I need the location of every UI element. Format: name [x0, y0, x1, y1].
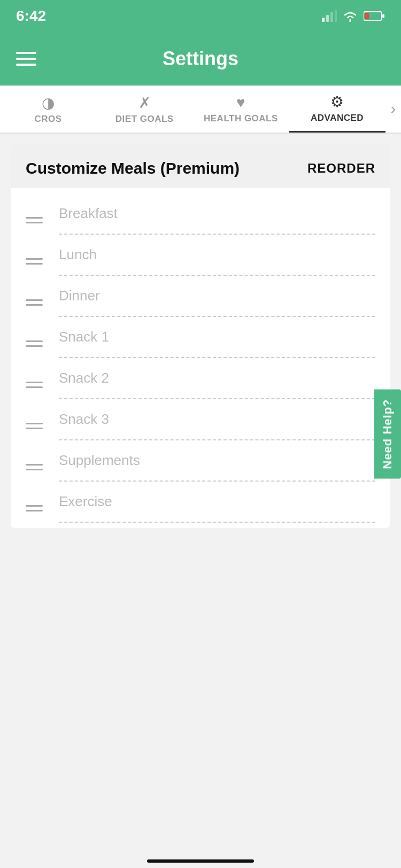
tab-bar: ◑ CROS ✗ DIET GOALS ♥ HEALTH GOALS ⚙ ADV…	[0, 86, 401, 134]
health-goals-icon: ♥	[236, 94, 245, 111]
drag-handle-snack2[interactable]	[26, 382, 43, 388]
tab-diet-goals[interactable]: ✗ DIET GOALS	[96, 86, 192, 133]
drag-handle-breakfast[interactable]	[26, 217, 43, 223]
macros-icon: ◑	[42, 94, 55, 112]
signal-icon	[322, 10, 337, 22]
meal-content-breakfast: Breakfast	[59, 205, 375, 235]
svg-rect-1	[326, 15, 329, 22]
need-help-button[interactable]: Need Help?	[374, 389, 401, 478]
meal-content-dinner: Dinner	[59, 288, 375, 317]
tab-diet-goals-label: DIET GOALS	[115, 114, 174, 125]
section-header: Customize Meals (Premium) REORDER	[11, 144, 390, 188]
advanced-icon: ⚙	[330, 93, 344, 111]
wifi-icon	[342, 10, 358, 22]
status-time: 6:42	[16, 7, 46, 25]
meal-name-breakfast: Breakfast	[59, 205, 118, 221]
svg-rect-0	[322, 18, 325, 22]
meal-content-snack2: Snack 2	[59, 370, 375, 399]
svg-rect-6	[365, 13, 369, 19]
meal-name-snack2: Snack 2	[59, 370, 109, 386]
svg-rect-2	[330, 12, 333, 22]
tab-health-goals-label: HEALTH GOALS	[204, 113, 278, 124]
meal-name-lunch: Lunch	[59, 246, 97, 262]
tab-macros[interactable]: ◑ CROS	[0, 86, 96, 133]
drag-handle-snack3[interactable]	[26, 423, 43, 429]
drag-handle-dinner[interactable]	[26, 299, 43, 306]
drag-handle-supplements[interactable]	[26, 464, 43, 470]
list-item[interactable]: Snack 1	[11, 317, 390, 358]
meal-name-dinner: Dinner	[59, 288, 100, 304]
tab-advanced-label: ADVANCED	[311, 113, 364, 123]
meal-name-exercise: Exercise	[59, 493, 112, 509]
menu-button[interactable]	[16, 52, 36, 66]
customize-meals-card: Customize Meals (Premium) REORDER Breakf…	[11, 144, 390, 528]
meal-content-snack1: Snack 1	[59, 329, 375, 358]
svg-rect-5	[382, 14, 384, 18]
battery-icon	[364, 10, 385, 22]
list-item[interactable]: Supplements	[11, 440, 390, 482]
drag-handle-lunch[interactable]	[26, 258, 43, 265]
content-area: Customize Meals (Premium) REORDER Breakf…	[0, 134, 401, 539]
reorder-button[interactable]: REORDER	[307, 161, 375, 176]
drag-handle-exercise[interactable]	[26, 505, 43, 511]
meal-content-lunch: Lunch	[59, 246, 375, 276]
list-item[interactable]: Dinner	[11, 276, 390, 317]
meal-name-supplements: Supplements	[59, 452, 140, 468]
meal-name-snack3: Snack 3	[59, 411, 109, 427]
list-item[interactable]: Snack 3	[11, 399, 390, 440]
meal-name-snack1: Snack 1	[59, 329, 109, 345]
meal-content-snack3: Snack 3	[59, 411, 375, 440]
app-header: Settings	[0, 32, 401, 86]
meal-list: Breakfast Lunch Dinner	[11, 188, 390, 528]
svg-rect-3	[335, 10, 337, 22]
tab-advanced[interactable]: ⚙ ADVANCED	[289, 86, 385, 133]
list-item[interactable]: Exercise	[11, 482, 390, 523]
tab-macros-label: CROS	[35, 114, 62, 125]
section-title: Customize Meals (Premium)	[26, 159, 240, 177]
status-icons	[322, 10, 385, 22]
tab-arrow[interactable]: ›	[385, 86, 401, 133]
home-indicator	[147, 859, 254, 863]
list-item[interactable]: Breakfast	[11, 193, 390, 235]
page-title: Settings	[163, 48, 238, 70]
list-item[interactable]: Lunch	[11, 235, 390, 276]
drag-handle-snack1[interactable]	[26, 340, 43, 347]
list-item[interactable]: Snack 2	[11, 358, 390, 399]
tab-health-goals[interactable]: ♥ HEALTH GOALS	[192, 86, 289, 133]
diet-goals-icon: ✗	[138, 94, 151, 112]
meal-content-supplements: Supplements	[59, 452, 375, 482]
meal-content-exercise: Exercise	[59, 493, 375, 523]
status-bar: 6:42	[0, 0, 401, 32]
